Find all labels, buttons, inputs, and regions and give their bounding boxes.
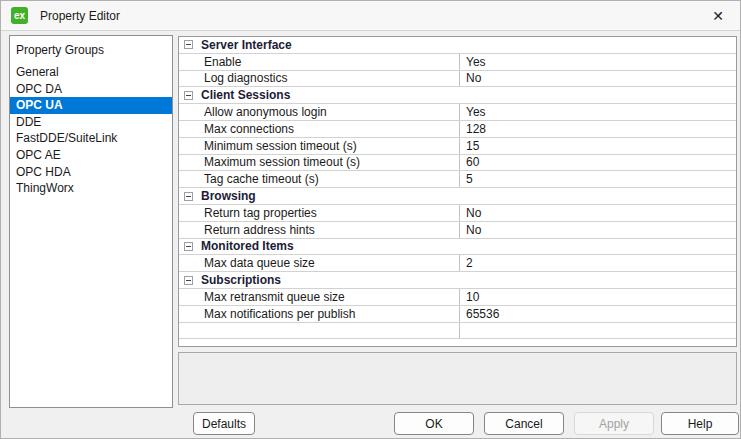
ok-button[interactable]: OK — [394, 412, 474, 435]
property-row: Tag cache timeout (s)5 — [179, 171, 736, 188]
property-groups-list: GeneralOPC DAOPC UADDEFastDDE/SuiteLinkO… — [10, 64, 172, 197]
collapse-minus-icon[interactable] — [184, 40, 193, 49]
close-icon[interactable]: ✕ — [706, 5, 730, 27]
property-row: Max retransmit queue size10 — [179, 289, 736, 306]
property-row: EnableYes — [179, 54, 736, 71]
property-row: Minimum session timeout (s)15 — [179, 138, 736, 155]
property-value[interactable]: 2 — [460, 256, 736, 270]
collapse-minus-icon[interactable] — [184, 192, 193, 201]
sidebar-item-opc-da[interactable]: OPC DA — [10, 81, 172, 98]
sidebar-item-dde[interactable]: DDE — [10, 114, 172, 131]
collapse-minus-icon[interactable] — [184, 276, 193, 285]
property-name: Allow anonymous login — [179, 104, 460, 120]
property-name: Max notifications per publish — [179, 306, 460, 322]
property-groups-panel: Property Groups GeneralOPC DAOPC UADDEFa… — [9, 35, 173, 408]
property-row — [179, 323, 736, 340]
property-name: Log diagnostics — [179, 71, 460, 87]
property-name: Tag cache timeout (s) — [179, 171, 460, 187]
property-editor-dialog: ex Property Editor ✕ Property Groups Gen… — [0, 0, 741, 439]
property-name: Max retransmit queue size — [179, 289, 460, 305]
window-title: Property Editor — [40, 9, 120, 23]
sidebar-item-thingworx[interactable]: ThingWorx — [10, 180, 172, 197]
property-row: Return address hintsNo — [179, 222, 736, 239]
property-value[interactable]: 65536 — [460, 307, 736, 321]
property-value[interactable]: No — [460, 206, 736, 220]
collapse-minus-icon[interactable] — [184, 91, 193, 100]
app-icon: ex — [11, 7, 28, 24]
section-title: Client Sessions — [201, 88, 290, 102]
sidebar-item-opc-ua[interactable]: OPC UA — [10, 97, 172, 114]
sidebar-item-fastdde-suitelink[interactable]: FastDDE/SuiteLink — [10, 130, 172, 147]
property-name: Return tag properties — [179, 205, 460, 221]
property-value[interactable]: 15 — [460, 139, 736, 153]
property-value[interactable]: 128 — [460, 122, 736, 136]
property-name: Enable — [179, 54, 460, 70]
apply-button[interactable]: Apply — [574, 412, 654, 435]
property-row: Log diagnosticsNo — [179, 71, 736, 88]
property-groups-header: Property Groups — [10, 36, 172, 64]
help-button[interactable]: Help — [661, 412, 739, 435]
property-name: Max connections — [179, 121, 460, 137]
section-header-row[interactable]: Server Interface — [179, 37, 736, 54]
property-value[interactable]: 5 — [460, 172, 736, 186]
section-header-row[interactable]: Client Sessions — [179, 87, 736, 104]
section-header-row[interactable]: Subscriptions — [179, 272, 736, 289]
sidebar-item-opc-ae[interactable]: OPC AE — [10, 147, 172, 164]
defaults-button[interactable]: Defaults — [193, 412, 255, 435]
section-title: Subscriptions — [201, 273, 281, 287]
cancel-button[interactable]: Cancel — [484, 412, 564, 435]
collapse-minus-icon[interactable] — [184, 242, 193, 251]
section-title: Browsing — [201, 189, 256, 203]
property-row: Max data queue size2 — [179, 255, 736, 272]
section-title: Server Interface — [201, 38, 292, 52]
section-title: Monitored Items — [201, 239, 294, 253]
description-panel — [178, 352, 737, 405]
property-value[interactable]: No — [460, 223, 736, 237]
property-name: Minimum session timeout (s) — [179, 138, 460, 154]
section-header-row[interactable]: Monitored Items — [179, 239, 736, 256]
property-row: Return tag propertiesNo — [179, 205, 736, 222]
property-value[interactable]: 60 — [460, 155, 736, 169]
property-name: Max data queue size — [179, 255, 460, 271]
property-row: Allow anonymous loginYes — [179, 104, 736, 121]
sidebar-item-general[interactable]: General — [10, 64, 172, 81]
property-grid: Server InterfaceEnableYesLog diagnostics… — [178, 36, 737, 347]
property-value[interactable]: Yes — [460, 105, 736, 119]
property-name — [179, 323, 460, 339]
section-header-row[interactable]: Browsing — [179, 188, 736, 205]
property-value[interactable]: 10 — [460, 290, 736, 304]
property-row: Maximum session timeout (s)60 — [179, 155, 736, 172]
title-bar: ex Property Editor ✕ — [1, 1, 740, 31]
sidebar-item-opc-hda[interactable]: OPC HDA — [10, 164, 172, 181]
property-name: Return address hints — [179, 222, 460, 238]
property-row: Max notifications per publish65536 — [179, 306, 736, 323]
property-row: Max connections128 — [179, 121, 736, 138]
property-value[interactable]: No — [460, 71, 736, 85]
property-name: Maximum session timeout (s) — [179, 155, 460, 171]
property-value[interactable]: Yes — [460, 55, 736, 69]
